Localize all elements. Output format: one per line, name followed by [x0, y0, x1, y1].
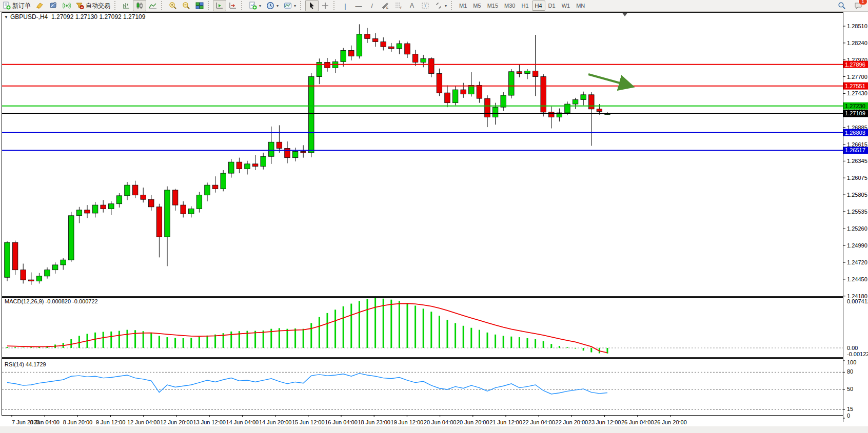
signals-button[interactable]: [60, 0, 73, 11]
text-label-icon: T: [421, 2, 429, 10]
macd-tick: 0.00: [847, 345, 858, 351]
zoom-in-button[interactable]: [166, 0, 180, 11]
metaeditor-icon: [36, 2, 44, 10]
new-chart-dropdown[interactable]: ▾: [246, 0, 264, 11]
search-icon: [838, 2, 846, 10]
time-tick: 12 Jun 20:00: [160, 419, 193, 425]
tile-windows-button[interactable]: [193, 0, 206, 11]
autotrading-label: 自动交易: [86, 2, 110, 10]
svg-text:1.26803: 1.26803: [845, 130, 865, 136]
rsi-tick: 50: [847, 386, 853, 392]
fibonacci-tool[interactable]: F: [392, 0, 405, 11]
time-tick: 22 Jun 20:00: [556, 419, 588, 425]
text-label-tool[interactable]: T: [419, 0, 432, 11]
chart-shift-marker: [622, 13, 627, 16]
templates-dropdown[interactable]: ▾: [281, 0, 299, 11]
autotrading-button[interactable]: 自动交易: [73, 0, 113, 11]
dropdown-arrow: ▾: [294, 4, 296, 8]
time-tick: 13 Jun 12:00: [193, 419, 226, 425]
symbol-and-period: GBPUSD-,H4: [10, 13, 48, 20]
rsi-indicator-label: RSI(14) 44.1729: [5, 361, 46, 367]
price-tick: 1.27430: [847, 90, 867, 96]
metaeditor-button[interactable]: [33, 0, 47, 11]
line-chart-icon: [149, 2, 157, 10]
equidistant-channel-tool[interactable]: E: [379, 0, 392, 11]
price-tick: 1.26075: [847, 175, 867, 181]
svg-text:1.27230: 1.27230: [845, 103, 865, 109]
rsi-tick: 15: [847, 406, 853, 412]
time-tick: 16 Jun 04:00: [325, 419, 358, 425]
new-chart-icon: [249, 2, 257, 10]
price-tick: 1.27700: [847, 74, 867, 80]
macd-signal-line: [7, 303, 607, 353]
notifications-button[interactable]: 1: [852, 0, 865, 11]
candlestick-chart-button[interactable]: [133, 0, 146, 11]
dropdown-arrow: ▾: [277, 4, 279, 8]
trendline-icon: /: [368, 2, 376, 10]
periods-dropdown[interactable]: ▾: [264, 0, 281, 11]
auto-scroll-button[interactable]: [213, 0, 226, 11]
price-tick: 1.28240: [847, 40, 867, 46]
trend-arrow-annotation: [588, 74, 631, 86]
svg-text:1.26517: 1.26517: [845, 147, 865, 153]
channel-icon: E: [381, 2, 389, 10]
trading-platform-window: 新订单 自动交易 ▾ ▾ ▾: [0, 0, 868, 433]
trendline-tool[interactable]: /: [365, 0, 379, 11]
new-order-button[interactable]: 新订单: [0, 0, 33, 11]
price-tick: 1.25805: [847, 192, 867, 198]
arrows-icon: [435, 2, 443, 10]
time-tick: 8 Jun 20:00: [63, 419, 93, 425]
price-tick: 1.28510: [847, 23, 867, 29]
price-tick: 1.26345: [847, 158, 867, 164]
tile-windows-icon: [195, 2, 204, 10]
bar-chart-button[interactable]: [120, 0, 133, 11]
signals-icon: [63, 2, 71, 10]
timeframe-button-h1[interactable]: H1: [518, 1, 531, 11]
data-window-button[interactable]: [47, 0, 60, 11]
text-tool[interactable]: A: [405, 0, 419, 11]
toolbar-separator: [241, 1, 245, 10]
chart-canvas[interactable]: 1.285101.282401.279701.277001.274301.271…: [0, 11, 868, 433]
time-tick: 12 Jun 04:00: [127, 419, 160, 425]
arrows-dropdown[interactable]: ▾: [432, 0, 449, 11]
svg-text:1.27896: 1.27896: [845, 61, 865, 68]
bar-chart-icon: [122, 2, 130, 10]
price-tick: 1.25260: [847, 225, 867, 232]
clock-icon: [266, 2, 274, 10]
horizontal-line-tool[interactable]: —: [352, 0, 365, 11]
timeframe-button-h4[interactable]: H4: [532, 1, 545, 11]
svg-text:F: F: [400, 6, 402, 9]
time-tick: 19 Jun 12:00: [391, 419, 424, 425]
time-tick: 26 Jun 20:00: [654, 419, 687, 425]
price-tick: 1.24450: [847, 276, 867, 282]
crosshair-tool-button[interactable]: [319, 0, 332, 11]
timeframe-button-m30[interactable]: M30: [501, 1, 518, 11]
timeframe-button-d1[interactable]: D1: [545, 1, 559, 11]
zoom-out-button[interactable]: [180, 0, 193, 11]
chart-shift-button[interactable]: [226, 0, 240, 11]
timeframe-button-m1[interactable]: M1: [456, 1, 470, 11]
timeframe-button-w1[interactable]: W1: [559, 1, 574, 11]
chart-title: ▼GBPUSD-,H4 1.27092 1.27130 1.27092 1.27…: [4, 13, 145, 20]
time-tick: 9 Jun 12:00: [96, 419, 126, 425]
line-chart-button[interactable]: [146, 0, 160, 11]
timeframe-button-m5[interactable]: M5: [470, 1, 484, 11]
timeframe-button-m15[interactable]: M15: [484, 1, 501, 11]
time-tick: 15 Jun 12:00: [292, 419, 325, 425]
notification-badge: 1: [858, 0, 867, 5]
price-tick: 1.24720: [847, 259, 867, 265]
macd-indicator-label: MACD(12,26,9) -0.000820 -0.000722: [5, 298, 98, 304]
cursor-tool-button[interactable]: [305, 0, 319, 11]
timeframe-button-mn[interactable]: MN: [573, 1, 588, 11]
svg-text:T: T: [424, 4, 427, 8]
toolbar-separator: [208, 1, 211, 10]
time-tick: 22 Jun 04:00: [522, 419, 555, 425]
price-tick: 1.25535: [847, 209, 867, 215]
chart-shift-icon: [229, 2, 237, 10]
rsi-tick: 80: [847, 368, 853, 375]
time-tick: 14 Jun 20:00: [259, 419, 292, 425]
vertical-line-tool[interactable]: |: [339, 0, 352, 11]
toolbar-separator: [114, 1, 118, 10]
search-button[interactable]: [835, 0, 849, 11]
rsi-tick: 100: [847, 359, 856, 365]
